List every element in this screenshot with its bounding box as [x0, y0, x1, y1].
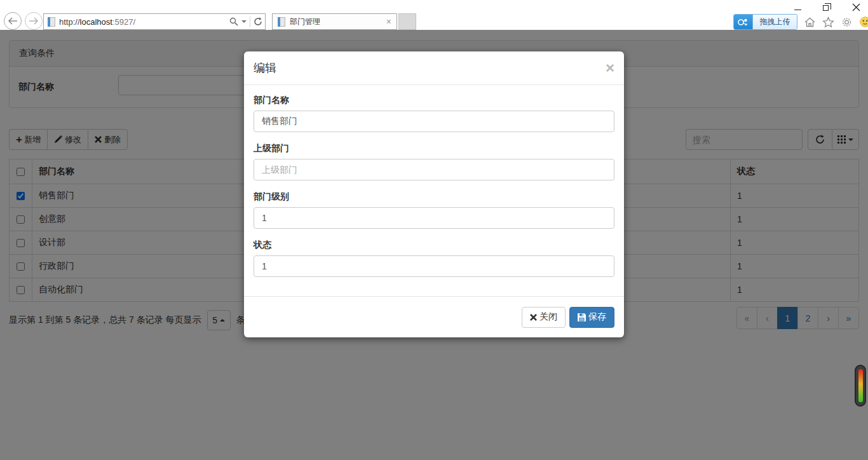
tab-page-icon — [278, 17, 285, 27]
modal-footer: 关闭 保存 — [244, 296, 624, 337]
close-window-button[interactable] — [850, 2, 862, 12]
browser-window: http://localhost:5927/ 部门管理 × — [0, 0, 868, 460]
address-bar[interactable]: http://localhost:5927/ — [43, 13, 266, 30]
search-icon[interactable] — [229, 17, 238, 26]
field-input-parent-dept[interactable] — [254, 159, 614, 180]
modal-save-button[interactable]: 保存 — [569, 307, 614, 328]
star-icon — [822, 17, 834, 28]
modal-body: 部门名称 上级部门 部门级别 状态 — [244, 85, 624, 296]
performance-gauge-widget[interactable] — [855, 365, 866, 407]
window-controls — [792, 1, 862, 13]
floppy-icon — [578, 313, 586, 321]
field-input-status[interactable] — [254, 255, 614, 277]
field-input-dept-name[interactable] — [254, 111, 614, 132]
tab-title: 部门管理 — [290, 17, 386, 27]
browser-extension-bar: 拖拽上传 — [733, 14, 868, 30]
minimize-icon — [794, 10, 801, 10]
favorites-button[interactable] — [822, 16, 834, 29]
field-label-status: 状态 — [254, 240, 614, 251]
back-arrow-icon — [8, 17, 18, 25]
url-text[interactable]: http://localhost:5927/ — [59, 17, 229, 27]
edit-modal: 编辑 × 部门名称 上级部门 部门级别 状态 — [244, 51, 624, 337]
back-button[interactable] — [4, 12, 22, 30]
page-icon — [48, 17, 55, 27]
home-icon — [804, 17, 816, 28]
field-input-dept-level[interactable] — [254, 207, 614, 229]
gear-icon — [841, 17, 853, 28]
smiley-icon — [860, 17, 868, 27]
field-label-dept-name: 部门名称 — [254, 95, 614, 106]
modal-close-icon[interactable]: × — [606, 60, 614, 76]
drag-upload-widget[interactable]: 拖拽上传 — [733, 14, 797, 30]
minimize-button[interactable] — [792, 2, 803, 12]
refresh-page-icon[interactable] — [254, 17, 262, 26]
close-window-icon — [852, 3, 860, 11]
home-button[interactable] — [803, 16, 816, 29]
browser-chrome: http://localhost:5927/ 部门管理 × — [0, 0, 868, 30]
field-label-parent-dept: 上级部门 — [254, 143, 614, 154]
new-tab-button[interactable] — [398, 13, 416, 30]
modal-close-button[interactable]: 关闭 — [522, 307, 566, 328]
drag-upload-button[interactable]: 拖拽上传 — [752, 15, 797, 29]
tab-close-icon[interactable]: × — [386, 17, 391, 27]
field-label-dept-level: 部门级别 — [254, 191, 614, 203]
modal-title: 编辑 — [254, 60, 606, 76]
gauge-level-bar — [858, 369, 863, 402]
modal-header: 编辑 × — [244, 51, 624, 85]
netdisk-logo-icon[interactable] — [734, 15, 752, 29]
forward-button[interactable] — [25, 12, 43, 30]
restore-icon — [823, 5, 829, 11]
restore-button[interactable] — [821, 2, 832, 12]
forward-arrow-icon — [29, 17, 39, 25]
address-bar-divider — [250, 16, 250, 27]
tab-department-management[interactable]: 部门管理 × — [272, 13, 397, 30]
autocomplete-caret-icon[interactable] — [241, 20, 247, 23]
x-icon — [530, 314, 537, 321]
settings-button[interactable] — [840, 16, 853, 29]
feedback-button[interactable] — [858, 16, 868, 29]
